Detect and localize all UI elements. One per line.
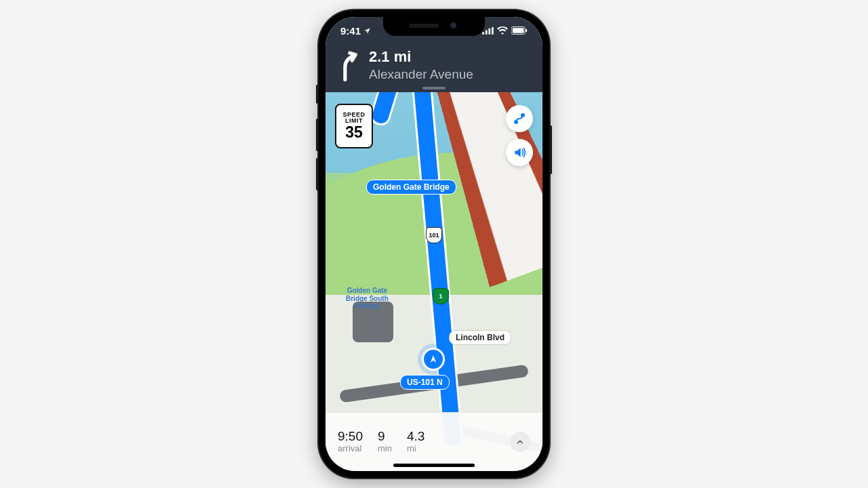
metric-arrival: 9:50 arrival <box>338 430 363 453</box>
metric-distance: 4.3 mi <box>407 430 425 453</box>
stage: 9:41 2.1 mi Alexander Avenue <box>0 0 868 488</box>
trip-summary-card[interactable]: 9:50 arrival 9 min 4.3 mi <box>326 412 542 471</box>
current-location-puck[interactable] <box>422 348 445 371</box>
arrival-value: 9:50 <box>338 430 363 444</box>
status-right <box>482 26 528 35</box>
status-left: 9:41 <box>340 25 371 37</box>
route-shield-1: 1 <box>433 288 449 304</box>
route-shield-101: 101 <box>426 227 442 243</box>
svg-rect-0 <box>482 32 484 35</box>
status-time: 9:41 <box>340 25 361 37</box>
power-button <box>549 125 552 174</box>
audio-toggle-button[interactable] <box>506 139 533 166</box>
phone-frame: 9:41 2.1 mi Alexander Avenue <box>319 10 549 478</box>
route-icon <box>513 112 526 125</box>
distance-label: mi <box>407 444 425 453</box>
turn-right-arrow-icon <box>336 49 361 82</box>
label-us101n[interactable]: US-101 N <box>400 375 450 390</box>
duration-value: 9 <box>378 430 392 444</box>
battery-icon <box>511 26 528 35</box>
heading-arrow-icon <box>429 354 438 364</box>
wifi-icon <box>497 26 508 35</box>
duration-label: min <box>378 444 392 453</box>
chevron-up-icon <box>515 437 525 447</box>
nav-street: Alexander Avenue <box>369 67 473 83</box>
mute-switch <box>316 85 319 104</box>
expand-card-button[interactable] <box>510 432 530 452</box>
label-lincoln-blvd[interactable]: Lincoln Blvd <box>449 330 511 345</box>
svg-rect-6 <box>526 29 527 33</box>
label-golden-gate-bridge[interactable]: Golden Gate Bridge <box>366 180 456 195</box>
location-services-icon <box>363 27 371 35</box>
banner-grabber[interactable] <box>422 87 446 89</box>
svg-rect-1 <box>486 30 488 34</box>
nav-text: 2.1 mi Alexander Avenue <box>369 48 473 83</box>
nav-distance: 2.1 mi <box>369 48 473 66</box>
distance-value: 4.3 <box>407 430 425 444</box>
volume-down <box>316 158 319 190</box>
svg-rect-5 <box>513 28 524 33</box>
label-parking[interactable]: Golden Gate Bridge South Parking <box>346 287 389 310</box>
screen: 9:41 2.1 mi Alexander Avenue <box>326 17 542 471</box>
route-overview-button[interactable] <box>506 105 533 132</box>
speaker-icon <box>513 146 526 159</box>
metric-duration: 9 min <box>378 430 392 453</box>
speed-limit-value: 35 <box>345 125 363 140</box>
arrival-label: arrival <box>338 444 363 453</box>
speed-limit-sign: SPEED LIMIT 35 <box>335 104 373 148</box>
svg-rect-2 <box>488 28 490 34</box>
notch <box>383 17 485 36</box>
home-indicator[interactable] <box>393 464 475 467</box>
volume-up <box>316 119 319 151</box>
svg-rect-3 <box>492 27 494 35</box>
